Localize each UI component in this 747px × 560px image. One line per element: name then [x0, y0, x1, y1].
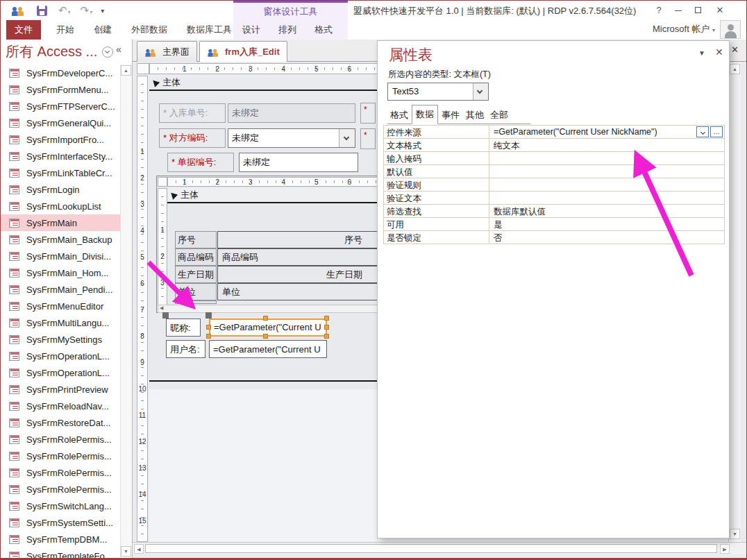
- label-nickname[interactable]: 昵称:: [166, 319, 201, 337]
- subform-row-field[interactable]: 序号: [217, 231, 391, 248]
- selection-handle[interactable]: [263, 334, 268, 339]
- nav-item-form[interactable]: SysFrmReloadNav...: [1, 398, 120, 414]
- nav-scroll-down-icon[interactable]: ▼: [121, 546, 131, 557]
- nav-item-form[interactable]: SysFrmMultiLangu...: [1, 314, 120, 331]
- nav-menu-icon[interactable]: [102, 46, 113, 58]
- property-name[interactable]: 默认值: [384, 165, 489, 178]
- nav-item-form[interactable]: SysFrmDeveloperC...: [1, 65, 120, 81]
- property-value[interactable]: …: [489, 165, 724, 178]
- ribbon-tab[interactable]: 外部数据: [121, 20, 177, 40]
- document-tab-frm-edit[interactable]: frm入库_Edit: [199, 41, 287, 62]
- ribbon-tab[interactable]: 创建: [84, 20, 121, 40]
- nav-item-form[interactable]: SysFrmImportFro...: [1, 131, 120, 148]
- nav-item-form[interactable]: SysFrmInterfaceSty...: [1, 148, 120, 164]
- selection-handle[interactable]: [263, 316, 268, 321]
- move-handle[interactable]: [205, 312, 212, 319]
- property-value[interactable]: 数据库默认值 …: [489, 205, 724, 217]
- nav-item-form[interactable]: SysFrmMain: [1, 214, 120, 231]
- property-name[interactable]: 是否锁定: [384, 231, 489, 244]
- scroll-down-icon[interactable]: ▼: [730, 529, 740, 539]
- nav-item-form[interactable]: SysFrmOperationL...: [1, 348, 120, 364]
- people-icon[interactable]: [12, 5, 26, 16]
- field-label-inbound-no[interactable]: * 入库单号:: [159, 103, 226, 123]
- nav-scrollbar[interactable]: ▲ ▼: [120, 65, 132, 559]
- nav-item-form[interactable]: SysFrmRolePermis...: [1, 448, 120, 464]
- nav-item-form[interactable]: SysFrmRolePermis...: [1, 464, 120, 481]
- nav-item-form[interactable]: SysFrmGeneralQui...: [1, 114, 120, 131]
- nav-item-form[interactable]: SysFrmMain_Divisi...: [1, 248, 120, 264]
- selection-handle[interactable]: [206, 334, 211, 339]
- subform-row-label[interactable]: 商品编码: [175, 248, 217, 266]
- nav-item-form[interactable]: SysFrmSystemSetti...: [1, 514, 120, 531]
- contextual-ribbon-tab[interactable]: 格式: [305, 20, 342, 40]
- field-combo-counterparty-code[interactable]: 未绑定: [228, 128, 355, 148]
- nav-item-form[interactable]: SysFrmTempDBM...: [1, 531, 120, 548]
- section-collapse-icon[interactable]: [151, 78, 160, 87]
- property-value[interactable]: …: [489, 152, 724, 164]
- field-textbox-inbound-no[interactable]: 未绑定: [228, 103, 355, 123]
- ribbon-tab[interactable]: 数据库工具: [177, 20, 242, 40]
- field-label-document-no[interactable]: * 单据编号:: [167, 153, 234, 172]
- property-tab[interactable]: 全部: [487, 107, 511, 124]
- nav-pane-title[interactable]: 所有 Access ...: [6, 42, 97, 61]
- nav-item-form[interactable]: SysFrmOperationL...: [1, 364, 120, 381]
- nav-item-form[interactable]: SysFrmLogin: [1, 181, 120, 198]
- property-tab[interactable]: 数据: [412, 105, 438, 124]
- property-value[interactable]: 否 …: [489, 231, 724, 244]
- nav-item-form[interactable]: SysFrmLookupList: [1, 198, 120, 214]
- property-sheet-close-icon[interactable]: ✕: [715, 46, 723, 58]
- contextual-ribbon-tab[interactable]: 排列: [269, 20, 305, 40]
- scroll-up-icon[interactable]: ▲: [730, 64, 740, 74]
- nav-item-form[interactable]: SysFrmRestoreDat...: [1, 414, 120, 431]
- document-close-icon[interactable]: ✕: [731, 44, 739, 55]
- contextual-ribbon-tab[interactable]: 设计: [233, 20, 269, 40]
- label-username[interactable]: 用户名:: [166, 340, 205, 358]
- subform-row-field[interactable]: 单位: [217, 283, 391, 300]
- property-sheet-minimize-icon[interactable]: ▼: [698, 49, 705, 57]
- subform-row-label[interactable]: 生产日期: [175, 266, 217, 283]
- value-dropdown-icon[interactable]: [696, 126, 709, 137]
- property-name[interactable]: 输入掩码: [384, 152, 489, 164]
- hscroll-thumb[interactable]: [145, 544, 717, 553]
- scroll-left-icon[interactable]: ◀: [160, 305, 163, 311]
- customize-qat-icon[interactable]: ▾: [101, 7, 104, 15]
- builder-icon[interactable]: …: [710, 126, 723, 137]
- undo-button[interactable]: ↶▾: [58, 4, 71, 17]
- nav-item-form[interactable]: SysFrmMenuEditor: [1, 298, 120, 314]
- doc-vscrollbar[interactable]: ▲ ▼: [728, 62, 741, 542]
- move-handle[interactable]: [162, 312, 169, 319]
- maximize-button[interactable]: [688, 3, 707, 17]
- redo-button[interactable]: ↷▾: [81, 4, 93, 17]
- field-label-counterparty-code[interactable]: * 对方编码:: [159, 128, 226, 148]
- property-name[interactable]: 验证文本: [384, 192, 489, 204]
- subform-row-label[interactable]: 序号: [175, 231, 217, 248]
- property-value[interactable]: =GetParameter("Current User NickName") …: [489, 126, 724, 138]
- section-collapse-icon[interactable]: [169, 190, 178, 199]
- subform-row-field[interactable]: 商品编码: [217, 248, 391, 266]
- property-name[interactable]: 文本格式: [384, 139, 489, 151]
- property-name[interactable]: 验证规则: [384, 178, 489, 191]
- nav-item-form[interactable]: SysFrmFormMenu...: [1, 81, 120, 98]
- nav-item-form[interactable]: SysFrmLinkTableCr...: [1, 164, 120, 181]
- textbox-nickname-selected[interactable]: =GetParameter("Current U: [209, 319, 327, 337]
- property-name[interactable]: 控件来源: [384, 126, 489, 138]
- nav-scroll-up-icon[interactable]: ▲: [121, 65, 131, 76]
- close-button[interactable]: ✕: [710, 3, 730, 17]
- nav-item-form[interactable]: SysFrmMain_Pendi...: [1, 281, 120, 298]
- selection-handle[interactable]: [324, 316, 329, 321]
- nav-item-form[interactable]: SysFrmRolePermis...: [1, 431, 120, 448]
- scroll-left-icon[interactable]: ◀: [134, 544, 144, 554]
- nav-item-form[interactable]: SysFrmPrintPreview: [1, 381, 120, 398]
- nav-collapse-button[interactable]: «: [116, 44, 121, 55]
- property-name[interactable]: 筛选查找: [384, 205, 489, 217]
- property-value[interactable]: …: [489, 178, 724, 191]
- document-tab-home[interactable]: 主界面: [137, 41, 197, 62]
- property-tab[interactable]: 其他: [463, 107, 487, 124]
- subform-row-field[interactable]: 生产日期: [217, 266, 391, 283]
- nav-item-form[interactable]: SysFrmMySettings: [1, 331, 120, 348]
- file-tab[interactable]: 文件: [6, 20, 41, 40]
- account-menu[interactable]: Microsoft 帐户 ▾: [653, 20, 715, 40]
- selection-handle[interactable]: [206, 325, 211, 330]
- help-button[interactable]: ?: [649, 3, 669, 17]
- ribbon-tab[interactable]: 开始: [47, 20, 84, 40]
